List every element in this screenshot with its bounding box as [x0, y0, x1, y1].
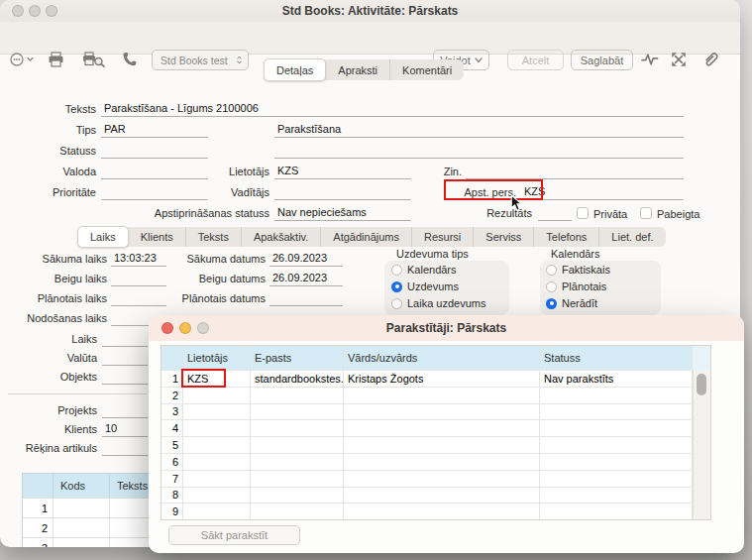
tab-detalas[interactable]: Detaļas [264, 58, 326, 81]
sakuma-datums-field[interactable]: 26.09.2023 [269, 252, 343, 267]
signers-cell-epasts[interactable] [251, 404, 344, 420]
radio-faktiskais-option[interactable]: Faktiskais [546, 264, 610, 276]
rezultats-field[interactable] [538, 206, 572, 221]
subtab-resursi[interactable]: Resursi [411, 227, 473, 247]
planotais-datums-field[interactable] [269, 291, 343, 306]
subtab-laiks[interactable]: Laiks [77, 226, 129, 248]
laiks-field[interactable] [102, 332, 148, 347]
tips-name-field[interactable]: Parakstīšana [274, 123, 684, 138]
signers-cell-vards[interactable] [344, 388, 540, 403]
statuss-name-field[interactable] [274, 144, 684, 159]
signers-cell-statuss[interactable] [540, 454, 693, 470]
subtab-teksts[interactable]: Teksts [185, 227, 241, 247]
valuta-field[interactable] [102, 351, 148, 366]
radio-laika-uzdevums-option[interactable]: Laika uzdevums [391, 297, 486, 309]
beigu-laiks-field[interactable] [111, 272, 166, 286]
signers-row[interactable]: 7 [161, 470, 710, 487]
lietotajs-field[interactable]: KZS [274, 165, 411, 179]
signers-cell-lietotajs[interactable] [183, 488, 251, 504]
signers-row[interactable]: 4 [161, 419, 710, 436]
radio-neradit-option[interactable]: Nerādīt [546, 297, 597, 309]
signers-cell-statuss[interactable] [540, 488, 693, 504]
signers-cell-vards[interactable] [344, 488, 540, 504]
signers-row[interactable]: 5 [161, 436, 710, 453]
save-button[interactable]: Saglabāt [571, 50, 633, 70]
matrix-cell-kods[interactable] [54, 499, 110, 517]
signers-row[interactable]: 2 [161, 387, 710, 403]
main-titlebar[interactable]: Std Books: Aktivitāte: Pārskats [0, 0, 740, 22]
signers-cell-statuss[interactable] [540, 404, 693, 420]
vaditajs-field[interactable] [274, 185, 411, 200]
apstiprinasanas-statuss-field[interactable]: Nav nepieciešams [274, 206, 411, 221]
statuss-field[interactable] [101, 144, 208, 159]
activity-icon[interactable] [641, 51, 661, 68]
print-icon[interactable] [47, 51, 66, 68]
signers-cell-statuss[interactable] [540, 388, 693, 403]
tab-komentari[interactable]: Komentāri [389, 59, 464, 80]
signers-cell-vards[interactable] [344, 420, 540, 436]
signers-cell-epasts[interactable] [251, 504, 344, 519]
klients-field[interactable]: 10 [102, 422, 148, 437]
radio-kalendars-option[interactable]: Kalendārs [391, 264, 457, 276]
phone-icon[interactable] [121, 51, 141, 68]
signers-cell-vards[interactable] [344, 471, 540, 487]
signers-cell-lietotajs[interactable]: KZS [183, 371, 251, 387]
paperclip-icon[interactable] [701, 51, 721, 68]
signers-row[interactable]: 1 KZS standardbookstes... Kristaps Žogot… [161, 370, 710, 387]
signers-cell-epasts[interactable] [251, 420, 344, 436]
tips-field[interactable]: PAR [101, 123, 208, 138]
planotais-laiks-field[interactable] [111, 291, 166, 306]
signers-cell-epasts[interactable] [251, 454, 344, 470]
dialog-titlebar[interactable]: Parakstītāji: Pārskats [149, 315, 744, 341]
signers-cell-lietotajs[interactable] [183, 404, 251, 420]
signers-cell-vards[interactable] [344, 454, 540, 470]
company-select[interactable]: Std Books test [152, 50, 249, 70]
radio-uzdevums-option[interactable]: Uzdevums [391, 280, 459, 292]
rekina-artikuls-field[interactable] [102, 441, 148, 456]
subtab-telefons[interactable]: Telefons [533, 227, 598, 247]
subtab-liet-def[interactable]: Liet. def. [598, 227, 665, 247]
signers-cell-epasts[interactable] [251, 437, 344, 453]
matrix-cell-kods[interactable] [54, 518, 110, 537]
teksts-field[interactable]: Parakstīšana - Līgums 2100006 [101, 102, 684, 117]
signers-cell-lietotajs[interactable] [183, 504, 251, 519]
signers-cell-epasts[interactable]: standardbookstes... [251, 371, 344, 387]
sakuma-laiks-field[interactable]: 13:03:23 [111, 252, 166, 267]
signers-cell-vards[interactable]: Kristaps Žogots [344, 371, 540, 387]
signers-cell-epasts[interactable] [251, 471, 344, 487]
cancel-button[interactable]: Atcelt [507, 50, 564, 70]
signers-cell-epasts[interactable] [251, 488, 344, 504]
subtab-atgadinajums[interactable]: Atgādinājums [320, 227, 411, 247]
operations-menu-icon[interactable] [9, 51, 37, 68]
start-signing-button[interactable]: Sākt parakstīt [168, 525, 300, 545]
subtab-serviss[interactable]: Serviss [473, 227, 533, 247]
signers-cell-lietotajs[interactable] [183, 471, 251, 487]
zin-field[interactable] [466, 165, 684, 179]
signers-cell-vards[interactable] [344, 504, 540, 519]
signers-row[interactable]: 9 [161, 503, 710, 519]
subtab-klients[interactable]: Klients [129, 227, 185, 247]
signers-cell-vards[interactable] [344, 404, 540, 420]
signers-cell-statuss[interactable] [540, 437, 693, 453]
pabeigta-checkbox[interactable] [640, 207, 652, 219]
signers-cell-lietotajs[interactable] [183, 437, 251, 453]
signers-row[interactable]: 3 [161, 403, 710, 420]
signers-row[interactable]: 8 [161, 487, 710, 504]
print-preview-icon[interactable] [81, 51, 107, 68]
signers-cell-vards[interactable] [344, 437, 540, 453]
signers-cell-epasts[interactable] [251, 388, 344, 403]
signers-cell-lietotajs[interactable] [183, 420, 251, 436]
objekts-field[interactable] [102, 370, 148, 385]
tab-apraksti[interactable]: Apraksti [326, 59, 389, 80]
signers-cell-statuss[interactable] [540, 504, 693, 519]
projekts-field[interactable] [102, 403, 148, 418]
scrollbar-thumb[interactable] [697, 374, 706, 395]
signers-row[interactable]: 6 [161, 453, 710, 470]
signers-cell-statuss[interactable] [540, 420, 693, 436]
signers-cell-lietotajs[interactable] [183, 388, 251, 403]
expand-icon[interactable] [670, 51, 690, 68]
signers-cell-statuss[interactable] [540, 471, 693, 487]
subtab-apaksaktiv[interactable]: Apakšaktiv. [241, 227, 320, 247]
beigu-datums-field[interactable]: 26.09.2023 [269, 272, 343, 286]
signers-cell-lietotajs[interactable] [183, 454, 251, 470]
